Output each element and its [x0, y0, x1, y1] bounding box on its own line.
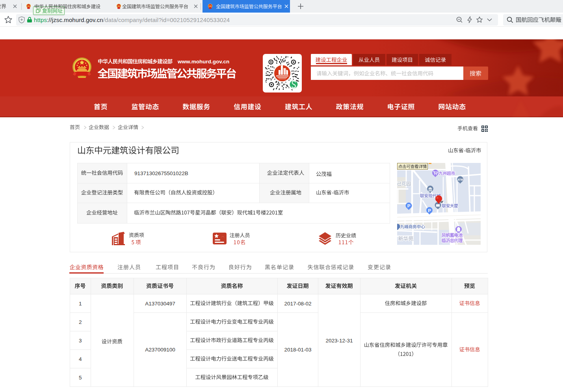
svg-text:ATM: ATM — [457, 178, 463, 181]
svg-text:P: P — [428, 208, 431, 213]
svg-text:P: P — [407, 203, 411, 208]
